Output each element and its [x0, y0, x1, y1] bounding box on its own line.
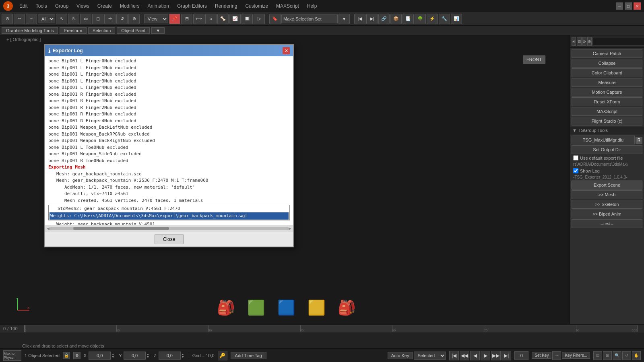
schematic-view[interactable]: 🔗: [378, 14, 390, 24]
render-setup[interactable]: 🔲: [242, 14, 253, 24]
selection-name-input[interactable]: [281, 14, 338, 23]
extra-tool-3[interactable]: 📊: [451, 14, 462, 24]
freeform-select[interactable]: ◻: [92, 14, 103, 24]
tab-freeform[interactable]: Freeform: [60, 27, 87, 34]
extra-tool-1[interactable]: ⚡: [427, 14, 438, 24]
rotate-tool[interactable]: ↺: [116, 14, 128, 24]
key-mode-select[interactable]: Selected: [414, 352, 446, 360]
show-log-checkbox[interactable]: [573, 168, 578, 173]
lock-button[interactable]: 🔒: [63, 352, 70, 359]
btn-tsg-maxutil[interactable]: TSG_MaxUtilMgr.dlu: [572, 136, 635, 144]
key-filters-button[interactable]: Key Filters...: [562, 352, 590, 359]
mirror-tool[interactable]: ⟺: [193, 14, 204, 24]
z-input[interactable]: [159, 352, 181, 360]
play-back[interactable]: ◀: [470, 351, 480, 360]
layer-tool[interactable]: ≡: [26, 14, 37, 24]
panel-icon-display[interactable]: 🖥: [577, 37, 582, 46]
menu-tools[interactable]: Tools: [33, 2, 50, 10]
prev-frame[interactable]: ◀◀: [460, 351, 469, 360]
next-key[interactable]: ▶|: [366, 14, 378, 24]
menu-customize[interactable]: Customize: [242, 2, 271, 10]
zoom-region-button[interactable]: 🔍: [613, 351, 621, 360]
btn-camera-patch[interactable]: Camera Patch: [572, 49, 642, 58]
menu-animation[interactable]: Animation: [144, 2, 172, 10]
z-down[interactable]: ▼: [182, 356, 186, 358]
maximize-button[interactable]: □: [625, 2, 632, 10]
panel-icon-motion[interactable]: ⟳: [582, 37, 586, 46]
btn-motion-capture[interactable]: Motion Capture: [572, 88, 642, 97]
select-region[interactable]: ⇱: [68, 14, 79, 24]
btn-set-output-dir[interactable]: Set Output Dir: [572, 145, 642, 154]
log-weights-line[interactable]: Weights: C:\Users\ADRIA\Documents\3dsMax…: [50, 212, 289, 220]
use-default-export-checkbox[interactable]: [573, 155, 578, 160]
btn-maxscript[interactable]: MAXScript: [572, 107, 642, 116]
log-content-area[interactable]: bone Bip001 L Finger0Nub excluded bone B…: [45, 56, 293, 225]
asset-tracking[interactable]: 📦: [390, 14, 402, 24]
select-tool[interactable]: ↖: [56, 14, 67, 24]
y-up[interactable]: ▲: [147, 353, 151, 356]
frame-number-input[interactable]: [514, 351, 528, 360]
named-select[interactable]: 🔖: [269, 14, 281, 24]
x-up[interactable]: ▲: [111, 353, 116, 356]
menu-rendering[interactable]: Rendering: [212, 2, 240, 10]
y-down[interactable]: ▼: [147, 356, 151, 358]
snap-toggle[interactable]: 📌: [169, 14, 180, 24]
curve-editor[interactable]: 📈: [229, 14, 241, 24]
next-frame[interactable]: ▶▶: [491, 351, 501, 360]
panel-icon-render[interactable]: ☀: [572, 37, 576, 46]
btn-biped-anim[interactable]: >> Biped Anim: [572, 210, 642, 218]
hscroll-thumb[interactable]: [73, 227, 169, 230]
paint-tool[interactable]: ✏: [14, 14, 25, 24]
log-horizontal-scrollbar[interactable]: ◀ ▶: [45, 225, 293, 232]
pan-button[interactable]: ✋: [632, 351, 641, 360]
object-name-input[interactable]: gear_backpack_mountain: [592, 37, 644, 46]
x-input[interactable]: [89, 352, 111, 360]
orbit-button[interactable]: ↺: [622, 351, 631, 360]
scale-tool[interactable]: ⊕: [128, 14, 140, 24]
auto-key-button[interactable]: Auto Key: [388, 352, 413, 359]
dialog-close-button[interactable]: ✕: [283, 47, 290, 54]
set-key-button[interactable]: Set Key: [532, 352, 551, 359]
btn-color-clipboard[interactable]: Color Clipboard: [572, 68, 642, 77]
hscroll-right-arrow[interactable]: ▶: [289, 226, 291, 230]
close-dialog-button[interactable]: Close: [155, 234, 184, 244]
tab-graphite[interactable]: Graphite Modeling Tools: [2, 27, 58, 34]
tab-more[interactable]: ▼: [151, 27, 165, 34]
menu-create[interactable]: Create: [94, 2, 115, 10]
timeline-track[interactable]: 0 15 30 45 60 75 90 100: [24, 325, 638, 332]
btn-reset-xform[interactable]: Reset XForm: [572, 97, 642, 106]
btn-flight-studio[interactable]: Flight Studio (c): [572, 117, 642, 125]
hscroll-track[interactable]: [50, 227, 289, 230]
btn-measure[interactable]: Measure: [572, 78, 642, 87]
view-select[interactable]: View: [144, 14, 168, 23]
menu-modifiers[interactable]: Modifiers: [117, 2, 143, 10]
tab-selection[interactable]: Selection: [88, 27, 115, 34]
menu-edit[interactable]: Edit: [16, 2, 31, 10]
key-curve-icon[interactable]: 〜: [552, 351, 561, 360]
scene-explorer[interactable]: 🌳: [415, 14, 426, 24]
btn-mesh[interactable]: >> Mesh: [572, 190, 642, 199]
tsgroup-header[interactable]: ▼ TSGroup Tools: [570, 127, 644, 134]
x-down[interactable]: ▼: [111, 356, 116, 358]
world-space-icon[interactable]: ⊕: [73, 352, 80, 359]
lasso-tool[interactable]: ⊙: [2, 14, 13, 24]
y-input[interactable]: [124, 352, 146, 360]
menu-help[interactable]: Help: [304, 2, 320, 10]
btn-collapse[interactable]: Collapse: [572, 59, 642, 68]
btn-skeleton[interactable]: >> Skeleton: [572, 200, 642, 209]
go-to-end[interactable]: ▶|: [502, 351, 511, 360]
btn-export-scene[interactable]: Export Scene: [572, 181, 642, 189]
manage-sets[interactable]: 📑: [402, 14, 414, 24]
quick-render[interactable]: ▷: [254, 14, 265, 24]
open-set[interactable]: ▼: [339, 14, 350, 24]
align-tool[interactable]: ⊞: [181, 14, 192, 24]
z-up[interactable]: ▲: [182, 353, 186, 356]
btn-test[interactable]: --test--: [572, 219, 642, 228]
panel-icon-hierarchy[interactable]: ⚙: [587, 37, 592, 46]
tab-object-paint[interactable]: Object Paint: [117, 27, 150, 34]
move-tool[interactable]: ✛: [104, 14, 116, 24]
selection-filter[interactable]: All: [38, 14, 55, 23]
zoom-extents-button[interactable]: ⊡: [593, 351, 602, 360]
play-forward[interactable]: ▶: [481, 351, 490, 360]
menu-group[interactable]: Group: [52, 2, 72, 10]
